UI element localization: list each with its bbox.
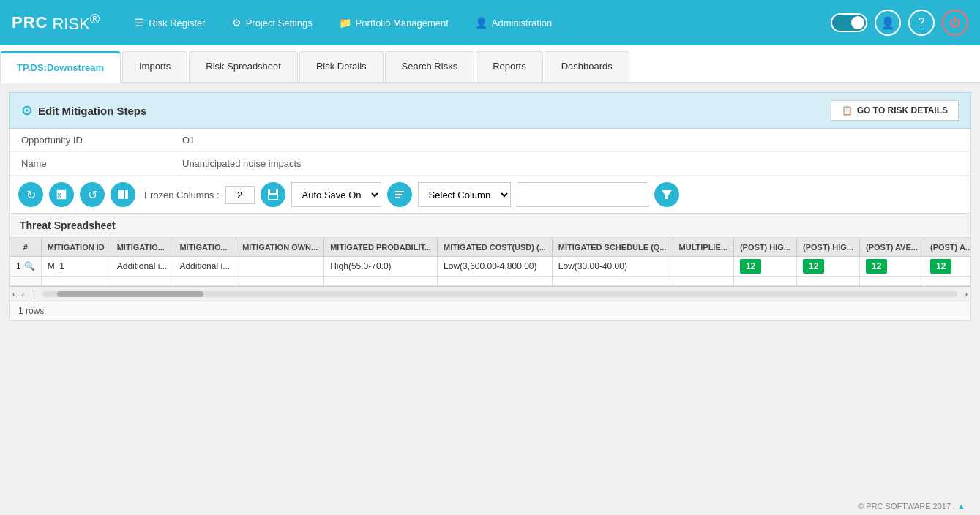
nav-risk-register[interactable]: ☰ Risk Register	[121, 0, 218, 45]
svg-rect-7	[269, 195, 277, 199]
sort-icon	[393, 188, 406, 201]
tab-risk-details[interactable]: Risk Details	[299, 51, 384, 82]
columns-icon	[116, 188, 130, 201]
col-post-high-1: (POST) HIG...	[733, 238, 796, 257]
logo-risk: RISK®	[52, 11, 100, 34]
opportunity-id-row: Opportunity ID O1	[10, 129, 970, 152]
col-post-ave: (POST) AVE...	[860, 238, 924, 257]
export-excel-button[interactable]: X	[49, 182, 74, 207]
col-mitigation-id: MITIGATION ID	[41, 238, 111, 257]
excel-icon: X	[55, 188, 68, 201]
cell-num: 1 🔍	[10, 257, 42, 277]
cell-mitigation-id: M_1	[41, 257, 111, 277]
mitigation-table: # MITIGATION ID MITIGATIO... MITIGATIO..…	[10, 238, 970, 286]
svg-rect-2	[118, 190, 121, 199]
table-header-row: # MITIGATION ID MITIGATIO... MITIGATIO..…	[10, 238, 971, 257]
nav-project-settings[interactable]: ⚙ Project Settings	[219, 0, 326, 45]
scroll-left-arrow[interactable]: ‹	[10, 289, 18, 299]
col-post-high-2: (POST) HIG...	[797, 238, 860, 257]
portfolio-management-icon: 📁	[339, 17, 351, 29]
main-content: ⊙ Edit Mitigation Steps 📋 GO TO RISK DET…	[0, 83, 980, 496]
logo-prc: PRC	[12, 13, 48, 32]
column-search-input[interactable]	[517, 182, 648, 207]
section-title-icon: ⊙	[21, 102, 32, 119]
tab-imports[interactable]: Imports	[122, 51, 187, 82]
name-row: Name Unanticipated noise impacts	[10, 152, 970, 176]
tab-dashboards[interactable]: Dashboards	[545, 51, 629, 82]
scroll-right-arrow[interactable]: ›	[18, 289, 27, 299]
opportunity-id-value: O1	[182, 135, 195, 146]
col-mitigation-2: MITIGATIO...	[173, 238, 236, 257]
col-post-a: (POST) A...	[924, 238, 970, 257]
col-mitigated-cost: MITIGATED COST(USD) (...	[438, 238, 553, 257]
cell-mitigated-schedule: Low(30.00-40.00)	[552, 257, 673, 277]
toggle-button[interactable]	[831, 13, 867, 32]
spreadsheet-title: Threat Spreadsheet	[10, 214, 970, 238]
col-mitigation-1: MITIGATIO...	[111, 238, 173, 257]
frozen-columns-input[interactable]	[225, 186, 255, 204]
columns-button[interactable]	[111, 182, 135, 207]
tab-search-risks[interactable]: Search Risks	[385, 51, 475, 82]
select-column-dropdown[interactable]: Select Column	[418, 182, 511, 207]
tab-reports[interactable]: Reports	[476, 51, 543, 82]
nav-right-controls: 👤 ? ⏻	[831, 10, 968, 36]
table-row-empty	[10, 277, 971, 286]
administration-icon: 👤	[475, 17, 487, 29]
save-layout-button[interactable]	[261, 182, 285, 207]
info-section: Opportunity ID O1 Name Unanticipated noi…	[9, 129, 971, 176]
scrollbar-track[interactable]	[42, 291, 957, 297]
help-icon-button[interactable]: ?	[908, 10, 935, 36]
nav-portfolio-management[interactable]: 📁 Portfolio Management	[326, 0, 462, 45]
nav-items: ☰ Risk Register ⚙ Project Settings 📁 Por…	[121, 0, 831, 45]
project-settings-icon: ⚙	[232, 17, 242, 29]
cell-mitigated-prob: High(55.0-70.0)	[324, 257, 438, 277]
section-header: ⊙ Edit Mitigation Steps 📋 GO TO RISK DET…	[9, 92, 971, 129]
cell-mitigated-cost: Low(3,600.00-4,800.00)	[438, 257, 553, 277]
apply-filter-button[interactable]	[654, 182, 679, 207]
cell-post-a: 12	[924, 257, 970, 277]
scroll-end-arrow[interactable]: ›	[962, 289, 970, 299]
power-icon-button[interactable]: ⏻	[942, 10, 968, 36]
reset-button[interactable]: ↺	[80, 182, 105, 207]
opportunity-id-label: Opportunity ID	[21, 135, 182, 146]
tab-tp-ds[interactable]: TP.DS:Downstream	[0, 51, 121, 83]
svg-rect-6	[270, 189, 276, 193]
col-mitigated-schedule: MITIGATED SCHEDULE (Q...	[552, 238, 673, 257]
auto-save-select[interactable]: Auto Save On Auto Save Off	[291, 182, 381, 207]
svg-rect-3	[121, 190, 124, 199]
goto-risk-details-button[interactable]: 📋 GO TO RISK DETAILS	[831, 100, 959, 121]
col-mitigation-own: MITIGATION OWN...	[236, 238, 324, 257]
cell-mitigation-own	[236, 257, 324, 277]
table-wrapper[interactable]: # MITIGATION ID MITIGATIO... MITIGATIO..…	[10, 238, 970, 286]
table-row: 1 🔍 M_1 Additional i... Additional i... …	[10, 257, 971, 277]
top-navigation: PRC RISK® ☰ Risk Register ⚙ Project Sett…	[0, 0, 980, 45]
col-num: #	[10, 238, 42, 257]
scrollbar-area[interactable]: ‹ › | ›	[10, 286, 970, 301]
toolbar: ↻ X ↺ Frozen Columns : Auto Save	[9, 176, 971, 214]
footer: © PRC SOFTWARE 2017 ▲	[0, 496, 980, 515]
name-label: Name	[21, 158, 182, 169]
frozen-columns-label: Frozen Columns :	[144, 189, 220, 200]
col-multiplier: MULTIPLIE...	[673, 238, 733, 257]
cell-post-high-2: 12	[797, 257, 860, 277]
toggle-knob	[851, 16, 864, 29]
cell-mitigation-1: Additional i...	[111, 257, 173, 277]
col-mitigated-prob: MITIGATED PROBABILIT...	[324, 238, 438, 257]
copyright-text: © PRC SOFTWARE 2017	[858, 502, 951, 511]
row-count: 1 rows	[10, 301, 970, 320]
svg-rect-4	[125, 190, 128, 199]
scrollbar-thumb[interactable]	[57, 291, 203, 297]
risk-register-icon: ☰	[135, 17, 144, 29]
svg-marker-11	[662, 190, 672, 199]
save-icon	[266, 188, 280, 201]
tab-risk-spreadsheet[interactable]: Risk Spreadsheet	[189, 51, 298, 82]
scroll-to-top-button[interactable]: ▲	[957, 502, 965, 511]
user-icon-button[interactable]: 👤	[875, 10, 901, 36]
filter-sort-button[interactable]	[387, 182, 412, 207]
scroll-separator: |	[30, 289, 38, 299]
svg-text:X: X	[57, 192, 61, 199]
cell-mitigation-2: Additional i...	[173, 257, 236, 277]
row-search-icon[interactable]: 🔍	[24, 261, 35, 271]
nav-administration[interactable]: 👤 Administration	[462, 0, 565, 45]
refresh-button[interactable]: ↻	[18, 182, 43, 207]
